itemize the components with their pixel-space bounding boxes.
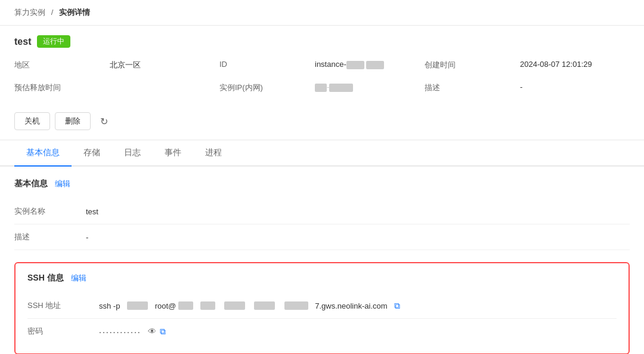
instance-name-val: test <box>86 207 98 216</box>
id-value: instance- <box>315 57 425 73</box>
ssh-host2-blur <box>200 301 215 310</box>
tab-logs[interactable]: 日志 <box>112 140 153 167</box>
region-label: 地区 <box>14 57 110 73</box>
breadcrumb-current: 实例详情 <box>59 8 90 17</box>
password-show-icon[interactable]: 👁 <box>148 327 156 336</box>
ssh-host3-blur <box>224 301 245 310</box>
ssh-address-row: SSH 地址 ssh -p root@ <box>27 293 617 319</box>
tab-process[interactable]: 进程 <box>193 140 234 167</box>
ip-label: 实例IP(内网) <box>219 80 315 96</box>
ssh-edit[interactable]: 编辑 <box>71 273 86 284</box>
ssh-password-row: 密码 ············ 👁 ⧉ <box>27 319 617 344</box>
action-row: 关机 删除 ↻ <box>14 105 630 140</box>
ssh-host4-blur <box>254 301 275 310</box>
content-area: 基本信息 编辑 实例名称 test 描述 - SSH 信息 编辑 SSH 地址 … <box>0 167 644 354</box>
region-value: 北京一区 <box>110 57 219 73</box>
description-val: - <box>86 233 88 242</box>
ssh-password-value: ············ 👁 ⧉ <box>99 327 166 337</box>
ssh-domain: 7.gws.neolink-ai.com <box>315 301 387 310</box>
description-row: 描述 - <box>14 224 630 250</box>
tab-events[interactable]: 事件 <box>153 140 193 167</box>
meta-grid: 地区 北京一区 ID instance- 创建时间 2024-08-07 12:… <box>14 57 630 96</box>
created-value: 2024-08-07 12:01:29 <box>520 57 630 73</box>
shutdown-button[interactable]: 关机 <box>14 112 50 130</box>
release-label: 预估释放时间 <box>14 80 110 96</box>
ssh-root: root@ <box>155 301 177 310</box>
created-label: 创建时间 <box>425 57 520 73</box>
ssh-section-title: SSH 信息 <box>27 273 64 284</box>
desc-label: 描述 <box>425 80 520 96</box>
description-label: 描述 <box>14 232 86 242</box>
breadcrumb-parent[interactable]: 算力实例 <box>14 8 45 17</box>
ssh-address-value: ssh -p root@ 7.gws.neolink- <box>99 301 400 311</box>
ip-value: - <box>315 80 425 96</box>
password-dots: ············ <box>99 327 141 336</box>
ssh-copy-icon[interactable]: ⧉ <box>394 301 400 311</box>
ssh-address-label: SSH 地址 <box>27 300 99 311</box>
breadcrumb-separator: / <box>51 8 54 17</box>
ssh-password-label: 密码 <box>27 326 99 337</box>
ssh-section: SSH 信息 编辑 SSH 地址 ssh -p root@ <box>14 262 630 354</box>
tabs-bar: 基本信息 存储 日志 事件 进程 <box>0 140 644 167</box>
tab-basic-info[interactable]: 基本信息 <box>14 140 72 167</box>
instance-name: test <box>14 36 31 47</box>
ssh-cmd-prefix: ssh -p <box>99 301 120 310</box>
ssh-host5-blur <box>284 301 308 310</box>
password-actions: 👁 ⧉ <box>148 327 166 337</box>
basic-info-section-header: 基本信息 编辑 <box>14 178 630 189</box>
refresh-button[interactable]: ↻ <box>95 113 113 130</box>
release-value <box>110 80 219 96</box>
basic-info-title: 基本信息 <box>14 178 48 189</box>
instance-name-label: 实例名称 <box>14 206 86 217</box>
instance-header: test 运行中 地区 北京一区 ID instance- 创建时间 2024-… <box>0 26 644 140</box>
ssh-section-header: SSH 信息 编辑 <box>27 273 617 284</box>
status-badge: 运行中 <box>37 35 70 48</box>
breadcrumb: 算力实例 / 实例详情 <box>0 0 644 26</box>
ssh-host1-blur <box>178 301 193 310</box>
id-label: ID <box>219 57 315 73</box>
instance-name-row: 实例名称 test <box>14 199 630 224</box>
tab-storage[interactable]: 存储 <box>72 140 112 167</box>
password-copy-icon[interactable]: ⧉ <box>160 327 166 337</box>
basic-info-edit[interactable]: 编辑 <box>55 178 70 189</box>
ssh-port-blur <box>127 301 148 310</box>
delete-button[interactable]: 删除 <box>55 112 91 130</box>
desc-value: - <box>520 80 630 96</box>
